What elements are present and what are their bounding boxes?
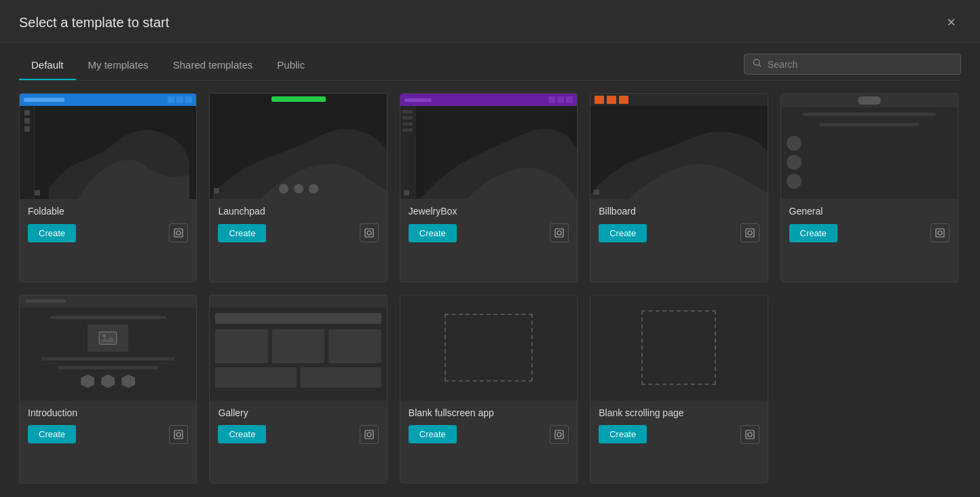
jewelrybox-actions: Create <box>409 223 569 242</box>
template-card-general[interactable]: General Create <box>780 93 958 282</box>
bb-topbar <box>590 94 767 106</box>
jewelrybox-preview-icon[interactable] <box>550 223 569 242</box>
search-input[interactable] <box>768 59 952 70</box>
template-preview-foldable <box>20 94 196 199</box>
gen-content <box>781 107 958 194</box>
tab-my-templates[interactable]: My templates <box>76 54 161 80</box>
template-card-foldable[interactable]: Foldable Create <box>19 93 197 282</box>
template-card-jewelrybox[interactable]: JewelryBox Create <box>400 93 578 282</box>
svg-rect-16 <box>99 331 116 344</box>
foldable-create-button[interactable]: Create <box>28 224 76 242</box>
foldable-main <box>35 106 196 199</box>
svg-point-23 <box>557 432 561 437</box>
gallery-preview-icon[interactable] <box>360 425 379 444</box>
introduction-info: Introduction Create <box>20 401 196 452</box>
foldable-topbar-text <box>24 98 64 102</box>
tab-public[interactable]: Public <box>265 54 317 80</box>
blank-fullscreen-create-button[interactable]: Create <box>409 425 457 443</box>
svg-rect-12 <box>746 229 754 237</box>
gallery-create-button[interactable]: Create <box>218 425 266 443</box>
blank-scrolling-dashed-box <box>641 310 716 385</box>
launchpad-topbar <box>210 94 386 105</box>
gallery-search-bar <box>215 313 381 324</box>
template-card-blank-fullscreen[interactable]: Blank fullscreen app Create <box>400 295 578 484</box>
gallery-info: Gallery Create <box>210 401 386 452</box>
introduction-preview-icon[interactable] <box>169 425 188 444</box>
foldable-icon-2 <box>176 96 183 103</box>
svg-rect-6 <box>365 229 373 237</box>
templates-grid: Foldable Create <box>19 93 961 483</box>
intro-content <box>20 308 196 394</box>
blank-scrolling-name: Blank scrolling page <box>599 407 759 418</box>
svg-rect-18 <box>174 430 183 439</box>
general-create-button[interactable]: Create <box>789 224 837 242</box>
blank-scrolling-create-button[interactable]: Create <box>599 425 647 443</box>
billboard-preview-icon[interactable] <box>740 223 759 242</box>
launchpad-actions: Create <box>218 223 378 242</box>
svg-rect-3 <box>174 229 183 237</box>
launchpad-preview-icon[interactable] <box>360 223 379 242</box>
foldable-topbar <box>20 94 196 106</box>
introduction-actions: Create <box>28 425 188 444</box>
close-button[interactable]: × <box>941 12 961 33</box>
svg-point-13 <box>748 231 752 235</box>
introduction-create-button[interactable]: Create <box>28 425 76 443</box>
jb-topbar-icons <box>548 96 573 103</box>
jewelrybox-create-button[interactable]: Create <box>409 224 457 242</box>
blank-fullscreen-dashed-box <box>445 314 533 382</box>
general-actions: Create <box>789 223 949 242</box>
svg-rect-22 <box>555 430 563 439</box>
svg-point-19 <box>176 432 181 437</box>
foldable-sidebar <box>20 106 35 199</box>
template-dialog: Select a template to start × Default My … <box>0 0 980 497</box>
tabs-and-search-bar: Default My templates Shared templates Pu… <box>19 43 961 81</box>
template-card-billboard[interactable]: Billboard Create <box>590 93 768 282</box>
blank-scrolling-preview-icon[interactable] <box>740 425 759 444</box>
svg-point-15 <box>938 231 942 235</box>
gen-toggle <box>858 96 881 105</box>
gallery-topbar <box>210 295 386 308</box>
svg-point-4 <box>176 231 181 235</box>
blank-scrolling-info: Blank scrolling page Create <box>590 401 767 452</box>
search-icon <box>753 58 762 70</box>
dialog-content: Default My templates Shared templates Pu… <box>0 43 980 497</box>
jb-sidebar <box>400 106 415 199</box>
general-preview-icon[interactable] <box>930 223 949 242</box>
billboard-create-button[interactable]: Create <box>599 224 647 242</box>
svg-point-25 <box>748 432 752 437</box>
foldable-preview-icon[interactable] <box>169 223 188 242</box>
gallery-name: Gallery <box>218 407 378 418</box>
gallery-actions: Create <box>218 425 378 444</box>
template-preview-blank-fullscreen <box>400 295 577 401</box>
template-card-introduction[interactable]: Introduction Create <box>19 295 197 484</box>
launchpad-progress-bar <box>271 96 326 102</box>
blank-fullscreen-actions: Create <box>409 425 569 444</box>
blank-fullscreen-info: Blank fullscreen app Create <box>400 401 577 452</box>
intro-topbar <box>20 295 196 308</box>
svg-point-10 <box>557 231 561 235</box>
template-preview-gallery <box>210 295 386 401</box>
template-card-gallery[interactable]: Gallery Create <box>209 295 387 484</box>
jewelrybox-info: JewelryBox Create <box>400 199 577 251</box>
dialog-header: Select a template to start × <box>0 0 980 43</box>
intro-icons-row <box>81 375 135 388</box>
intro-image-placeholder <box>88 325 128 352</box>
foldable-actions: Create <box>28 223 188 242</box>
template-card-blank-scrolling[interactable]: Blank scrolling page Create <box>590 295 768 484</box>
tab-default[interactable]: Default <box>19 54 76 80</box>
introduction-name: Introduction <box>28 407 188 418</box>
svg-point-0 <box>753 59 759 65</box>
launchpad-create-button[interactable]: Create <box>218 224 266 242</box>
svg-rect-9 <box>555 229 563 237</box>
gen-topbar <box>781 94 958 107</box>
blank-scrolling-actions: Create <box>599 425 759 444</box>
template-preview-blank-scrolling <box>590 295 767 401</box>
svg-point-21 <box>367 432 371 437</box>
jewelrybox-name: JewelryBox <box>409 206 569 217</box>
general-name: General <box>789 206 949 217</box>
foldable-info: Foldable Create <box>20 199 196 251</box>
billboard-actions: Create <box>599 223 759 242</box>
template-card-launchpad[interactable]: Launchpad Create <box>209 93 387 282</box>
tab-shared-templates[interactable]: Shared templates <box>161 54 265 80</box>
blank-fullscreen-preview-icon[interactable] <box>550 425 569 444</box>
